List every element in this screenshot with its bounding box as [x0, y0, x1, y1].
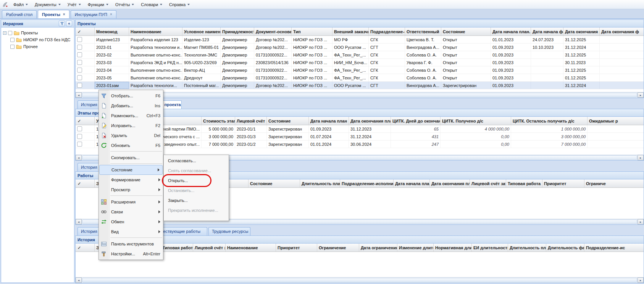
tab-instructions-pup[interactable]: Инструкции ПУП× — [71, 10, 116, 18]
column-header[interactable]: Типовая работа — [506, 179, 542, 187]
select-all-column-header[interactable]: ✓ — [76, 179, 95, 187]
row-checkbox[interactable] — [77, 126, 82, 131]
node-checkbox[interactable] — [10, 45, 15, 49]
node-checkbox[interactable] — [10, 38, 15, 42]
column-header[interactable]: Подразделение-от — [369, 27, 405, 36]
table-row[interactable]: 2023-05Выполнение опытно-конс...Дредноут… — [76, 74, 644, 82]
table-row[interactable]: 2023-02Выполнение опытно-конс...Технолог… — [76, 51, 644, 59]
row-checkbox[interactable] — [77, 52, 82, 57]
column-header[interactable]: Ограничение — [317, 244, 359, 252]
scroll-thumb[interactable] — [82, 278, 637, 282]
table-row[interactable]: 2023-01Разработка технологии и...Магнит … — [76, 44, 644, 51]
column-header[interactable]: Ограниче — [584, 179, 644, 187]
select-all-column-header[interactable]: ✓ — [76, 117, 95, 125]
column-header[interactable]: Дата начала факт — [531, 27, 563, 36]
row-checkbox[interactable] — [77, 134, 82, 139]
column-header[interactable]: Стоимость этапа — [202, 117, 235, 125]
tree-node-projects[interactable]: − Проекты — [1, 29, 74, 36]
column-header[interactable]: Дата ограничения — [359, 244, 397, 252]
column-header[interactable]: Дата начала план. — [491, 27, 531, 36]
column-header[interactable]: ЦИТК. Осталось получить д/с — [511, 117, 588, 125]
column-header[interactable]: Подразделение-исполнитель — [340, 179, 394, 187]
row-checkbox[interactable] — [77, 60, 82, 65]
context-menu-item[interactable]: Формирование — [99, 175, 163, 185]
table-row[interactable]: 2023-01замРазработка технологи...Постоян… — [76, 82, 644, 89]
scroll-left-button[interactable]: ◂ — [76, 278, 82, 283]
scroll-right-button[interactable]: ▸ — [638, 278, 644, 283]
context-menu-item[interactable]: Расширения — [99, 197, 163, 207]
column-header[interactable]: Длительность план▼ — [300, 179, 340, 187]
column-header[interactable]: Состояние — [267, 117, 309, 125]
collapse-node-icon[interactable]: − — [3, 31, 6, 35]
column-header[interactable]: Дата окончания план — [430, 179, 470, 187]
column-header[interactable]: Изменение длите — [397, 244, 434, 252]
menu-accounting[interactable]: Учёт — [64, 1, 84, 8]
context-menu-item[interactable]: Настройки...Alt+Enter — [99, 249, 163, 259]
row-checkbox[interactable] — [77, 45, 82, 50]
table-row[interactable]: 2023-03Разработка ЭКД и РКД н...905-U020… — [76, 59, 644, 66]
menu-reports[interactable]: Отчёты — [112, 1, 137, 8]
scroll-right-button[interactable]: ▸ — [638, 219, 644, 224]
column-header[interactable]: Дата окончания пл — [563, 27, 600, 36]
column-header[interactable]: Дата окончания ф — [600, 27, 644, 36]
context-menu-item[interactable]: Размножить...Ctrl+F3 — [99, 111, 163, 121]
row-checkbox[interactable] — [77, 83, 82, 88]
row-checkbox[interactable] — [77, 142, 82, 147]
context-menu-item[interactable]: Просмотр — [99, 185, 163, 195]
scroll-left-button[interactable]: ◂ — [76, 219, 82, 224]
column-header[interactable]: Дата начала план — [309, 117, 349, 125]
column-header[interactable]: Дата начала план. — [394, 179, 430, 187]
close-icon[interactable]: × — [63, 13, 65, 16]
column-header[interactable]: Условное наименова — [182, 27, 221, 36]
menu-help[interactable]: Справка — [166, 1, 193, 8]
submenu-item[interactable]: Закрыть... — [164, 195, 229, 205]
context-menu-item[interactable]: ОбновитьF5 — [99, 140, 163, 150]
context-menu-item[interactable]: Связи — [99, 207, 163, 217]
menu-file[interactable]: Файл — [10, 1, 31, 8]
scroll-right-button[interactable]: ▸ — [638, 155, 644, 160]
column-header[interactable]: Мнемокод — [95, 27, 129, 36]
column-header[interactable]: Нормативная длит — [434, 244, 472, 252]
column-header[interactable]: Документ-основан — [254, 27, 292, 36]
context-menu-item[interactable]: УдалитьDel — [99, 131, 163, 140]
tab-labor-resources[interactable]: Трудовые ресурсы — [208, 227, 250, 236]
close-icon[interactable]: × — [110, 13, 112, 16]
column-header[interactable]: Длительность пла — [508, 244, 546, 252]
tab-projects[interactable]: Проекты× — [38, 10, 69, 18]
context-menu-item[interactable]: Добавить...Ins — [99, 101, 163, 111]
menu-functions[interactable]: Функции — [84, 1, 112, 8]
scroll-left-button[interactable]: ◂ — [76, 92, 82, 98]
column-header[interactable]: Состояние — [249, 179, 300, 187]
column-header[interactable]: Длительность фак — [546, 244, 584, 252]
node-checkbox[interactable] — [8, 31, 12, 35]
column-header[interactable]: ЦИТК. Дней до окончания — [391, 117, 441, 125]
context-menu-item[interactable]: Отобрать...F6 — [99, 91, 163, 101]
menu-dictionaries[interactable]: Словари — [137, 1, 166, 8]
tree-node-other[interactable]: Прочее — [1, 43, 74, 50]
filter-icon[interactable] — [59, 21, 65, 26]
column-header[interactable]: Приоритет — [542, 179, 584, 187]
context-menu-item[interactable]: Обмен — [99, 217, 163, 227]
collapse-panel-button[interactable]: « — [66, 21, 72, 26]
column-header[interactable]: Приоритет — [276, 244, 317, 252]
column-header[interactable]: Подразделение-ис — [584, 244, 644, 252]
select-all-column-header[interactable]: ✓ — [76, 244, 95, 252]
column-header[interactable]: Состояние — [441, 27, 491, 36]
context-menu-item[interactable]: Исправить...F2 — [99, 121, 163, 131]
table-row[interactable]: Изделие123Разработка изделия 123Изделие-… — [76, 36, 644, 44]
tab-desktop[interactable]: Рабочий стол — [2, 10, 37, 18]
scroll-right-button[interactable]: ▸ — [638, 92, 644, 98]
tree-node-niokr-goz[interactable]: НИОКР по ГОЗ без НДС — [1, 36, 74, 43]
context-menu-item[interactable]: Состояние — [99, 165, 163, 175]
horizontal-scrollbar[interactable]: ◂ ▸ — [76, 277, 644, 283]
column-header[interactable]: Дата окончания план — [349, 117, 391, 125]
select-all-column-header[interactable]: ✓ — [76, 27, 95, 36]
context-menu-item[interactable]: Скопировать... — [99, 153, 163, 163]
column-header[interactable]: Наименование — [129, 27, 182, 36]
row-checkbox[interactable] — [77, 75, 82, 80]
column-header[interactable]: Ответственный — [405, 27, 441, 36]
column-header[interactable]: Внешний заказчик — [332, 27, 369, 36]
context-menu-item[interactable]: Вид — [99, 227, 163, 237]
scroll-thumb[interactable] — [82, 93, 637, 97]
column-header[interactable]: ЦИТК. Получено д/с — [441, 117, 511, 125]
